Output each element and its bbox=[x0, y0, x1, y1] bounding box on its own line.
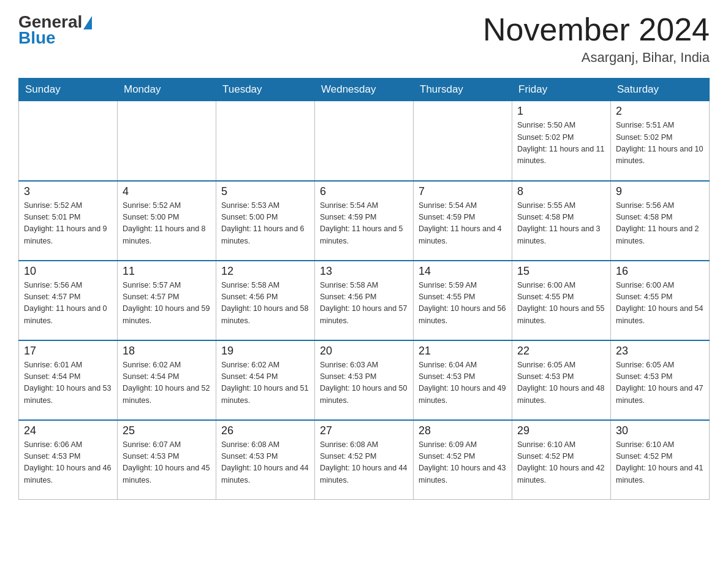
day-number: 6 bbox=[320, 185, 408, 198]
day-info: Sunrise: 6:06 AMSunset: 4:53 PMDaylight:… bbox=[24, 439, 112, 487]
table-row bbox=[414, 101, 512, 181]
table-row: 29Sunrise: 6:10 AMSunset: 4:52 PMDayligh… bbox=[512, 420, 611, 500]
day-number: 9 bbox=[616, 185, 704, 198]
day-info: Sunrise: 5:58 AMSunset: 4:56 PMDaylight:… bbox=[221, 280, 309, 327]
day-number: 30 bbox=[616, 424, 704, 437]
day-info: Sunrise: 6:08 AMSunset: 4:52 PMDaylight:… bbox=[320, 439, 408, 487]
day-info: Sunrise: 5:53 AMSunset: 5:00 PMDaylight:… bbox=[221, 200, 309, 248]
location: Asarganj, Bihar, India bbox=[483, 50, 710, 66]
table-row: 28Sunrise: 6:09 AMSunset: 4:52 PMDayligh… bbox=[414, 420, 512, 500]
table-row: 15Sunrise: 6:00 AMSunset: 4:55 PMDayligh… bbox=[512, 261, 611, 340]
table-row: 24Sunrise: 6:06 AMSunset: 4:53 PMDayligh… bbox=[19, 420, 118, 500]
calendar-table: Sunday Monday Tuesday Wednesday Thursday… bbox=[18, 78, 710, 500]
header-monday: Monday bbox=[118, 79, 216, 101]
day-number: 10 bbox=[24, 265, 112, 278]
table-row: 5Sunrise: 5:53 AMSunset: 5:00 PMDaylight… bbox=[216, 181, 315, 261]
day-info: Sunrise: 6:00 AMSunset: 4:55 PMDaylight:… bbox=[517, 280, 605, 327]
day-number: 1 bbox=[517, 105, 605, 118]
day-info: Sunrise: 6:04 AMSunset: 4:53 PMDaylight:… bbox=[419, 359, 507, 407]
day-info: Sunrise: 6:00 AMSunset: 4:55 PMDaylight:… bbox=[616, 280, 704, 327]
table-row: 21Sunrise: 6:04 AMSunset: 4:53 PMDayligh… bbox=[414, 340, 512, 420]
day-info: Sunrise: 6:09 AMSunset: 4:52 PMDaylight:… bbox=[419, 439, 507, 487]
weekday-header-row: Sunday Monday Tuesday Wednesday Thursday… bbox=[19, 79, 710, 101]
month-title: November 2024 bbox=[483, 12, 710, 47]
table-row: 22Sunrise: 6:05 AMSunset: 4:53 PMDayligh… bbox=[512, 340, 611, 420]
day-number: 4 bbox=[123, 185, 211, 198]
table-row: 20Sunrise: 6:03 AMSunset: 4:53 PMDayligh… bbox=[315, 340, 414, 420]
table-row: 7Sunrise: 5:54 AMSunset: 4:59 PMDaylight… bbox=[414, 181, 512, 261]
table-row bbox=[315, 101, 414, 181]
day-number: 29 bbox=[517, 424, 605, 437]
day-number: 2 bbox=[616, 105, 704, 118]
calendar-week-row: 24Sunrise: 6:06 AMSunset: 4:53 PMDayligh… bbox=[19, 420, 710, 500]
table-row: 16Sunrise: 6:00 AMSunset: 4:55 PMDayligh… bbox=[611, 261, 710, 340]
day-number: 24 bbox=[24, 424, 112, 437]
day-number: 23 bbox=[616, 345, 704, 358]
title-area: November 2024 Asarganj, Bihar, India bbox=[483, 12, 710, 66]
table-row: 11Sunrise: 5:57 AMSunset: 4:57 PMDayligh… bbox=[118, 261, 216, 340]
day-number: 25 bbox=[123, 424, 211, 437]
day-info: Sunrise: 5:57 AMSunset: 4:57 PMDaylight:… bbox=[123, 280, 211, 327]
table-row: 23Sunrise: 6:05 AMSunset: 4:53 PMDayligh… bbox=[611, 340, 710, 420]
day-info: Sunrise: 5:58 AMSunset: 4:56 PMDaylight:… bbox=[320, 280, 408, 327]
table-row: 6Sunrise: 5:54 AMSunset: 4:59 PMDaylight… bbox=[315, 181, 414, 261]
day-number: 8 bbox=[517, 185, 605, 198]
logo-blue-text: Blue bbox=[18, 28, 56, 48]
table-row: 30Sunrise: 6:10 AMSunset: 4:52 PMDayligh… bbox=[611, 420, 710, 500]
day-info: Sunrise: 5:51 AMSunset: 5:02 PMDaylight:… bbox=[616, 120, 704, 167]
day-info: Sunrise: 5:56 AMSunset: 4:58 PMDaylight:… bbox=[616, 200, 704, 248]
day-info: Sunrise: 5:52 AMSunset: 5:00 PMDaylight:… bbox=[123, 200, 211, 248]
day-number: 17 bbox=[24, 345, 112, 358]
table-row bbox=[216, 101, 315, 181]
table-row: 25Sunrise: 6:07 AMSunset: 4:53 PMDayligh… bbox=[118, 420, 216, 500]
header-sunday: Sunday bbox=[19, 79, 118, 101]
calendar-week-row: 3Sunrise: 5:52 AMSunset: 5:01 PMDaylight… bbox=[19, 181, 710, 261]
table-row: 13Sunrise: 5:58 AMSunset: 4:56 PMDayligh… bbox=[315, 261, 414, 340]
day-number: 27 bbox=[320, 424, 408, 437]
table-row: 18Sunrise: 6:02 AMSunset: 4:54 PMDayligh… bbox=[118, 340, 216, 420]
day-number: 28 bbox=[419, 424, 507, 437]
day-info: Sunrise: 6:05 AMSunset: 4:53 PMDaylight:… bbox=[517, 359, 605, 407]
day-info: Sunrise: 5:56 AMSunset: 4:57 PMDaylight:… bbox=[24, 280, 112, 327]
table-row: 19Sunrise: 6:02 AMSunset: 4:54 PMDayligh… bbox=[216, 340, 315, 420]
day-number: 18 bbox=[123, 345, 211, 358]
table-row: 14Sunrise: 5:59 AMSunset: 4:55 PMDayligh… bbox=[414, 261, 512, 340]
calendar-week-row: 1Sunrise: 5:50 AMSunset: 5:02 PMDaylight… bbox=[19, 101, 710, 181]
table-row: 4Sunrise: 5:52 AMSunset: 5:00 PMDaylight… bbox=[118, 181, 216, 261]
day-number: 7 bbox=[419, 185, 507, 198]
day-number: 19 bbox=[221, 345, 309, 358]
day-info: Sunrise: 6:10 AMSunset: 4:52 PMDaylight:… bbox=[616, 439, 704, 487]
header-thursday: Thursday bbox=[414, 79, 512, 101]
day-info: Sunrise: 6:01 AMSunset: 4:54 PMDaylight:… bbox=[24, 359, 112, 407]
day-info: Sunrise: 6:02 AMSunset: 4:54 PMDaylight:… bbox=[221, 359, 309, 407]
day-info: Sunrise: 6:07 AMSunset: 4:53 PMDaylight:… bbox=[123, 439, 211, 487]
day-number: 22 bbox=[517, 345, 605, 358]
calendar-week-row: 10Sunrise: 5:56 AMSunset: 4:57 PMDayligh… bbox=[19, 261, 710, 340]
table-row: 17Sunrise: 6:01 AMSunset: 4:54 PMDayligh… bbox=[19, 340, 118, 420]
table-row bbox=[118, 101, 216, 181]
calendar-week-row: 17Sunrise: 6:01 AMSunset: 4:54 PMDayligh… bbox=[19, 340, 710, 420]
table-row: 8Sunrise: 5:55 AMSunset: 4:58 PMDaylight… bbox=[512, 181, 611, 261]
day-info: Sunrise: 5:50 AMSunset: 5:02 PMDaylight:… bbox=[517, 120, 605, 167]
table-row: 2Sunrise: 5:51 AMSunset: 5:02 PMDaylight… bbox=[611, 101, 710, 181]
day-info: Sunrise: 5:59 AMSunset: 4:55 PMDaylight:… bbox=[419, 280, 507, 327]
day-number: 13 bbox=[320, 265, 408, 278]
day-number: 14 bbox=[419, 265, 507, 278]
day-number: 15 bbox=[517, 265, 605, 278]
table-row: 1Sunrise: 5:50 AMSunset: 5:02 PMDaylight… bbox=[512, 101, 611, 181]
day-info: Sunrise: 6:10 AMSunset: 4:52 PMDaylight:… bbox=[517, 439, 605, 487]
day-info: Sunrise: 6:02 AMSunset: 4:54 PMDaylight:… bbox=[123, 359, 211, 407]
day-number: 20 bbox=[320, 345, 408, 358]
header-friday: Friday bbox=[512, 79, 611, 101]
day-number: 5 bbox=[221, 185, 309, 198]
day-number: 12 bbox=[221, 265, 309, 278]
day-number: 21 bbox=[419, 345, 507, 358]
day-number: 26 bbox=[221, 424, 309, 437]
logo-triangle-icon bbox=[83, 16, 92, 29]
day-info: Sunrise: 5:55 AMSunset: 4:58 PMDaylight:… bbox=[517, 200, 605, 248]
day-info: Sunrise: 5:54 AMSunset: 4:59 PMDaylight:… bbox=[419, 200, 507, 248]
day-info: Sunrise: 5:52 AMSunset: 5:01 PMDaylight:… bbox=[24, 200, 112, 248]
page-header: General Blue November 2024 Asarganj, Bih… bbox=[18, 12, 710, 66]
day-number: 16 bbox=[616, 265, 704, 278]
header-wednesday: Wednesday bbox=[315, 79, 414, 101]
